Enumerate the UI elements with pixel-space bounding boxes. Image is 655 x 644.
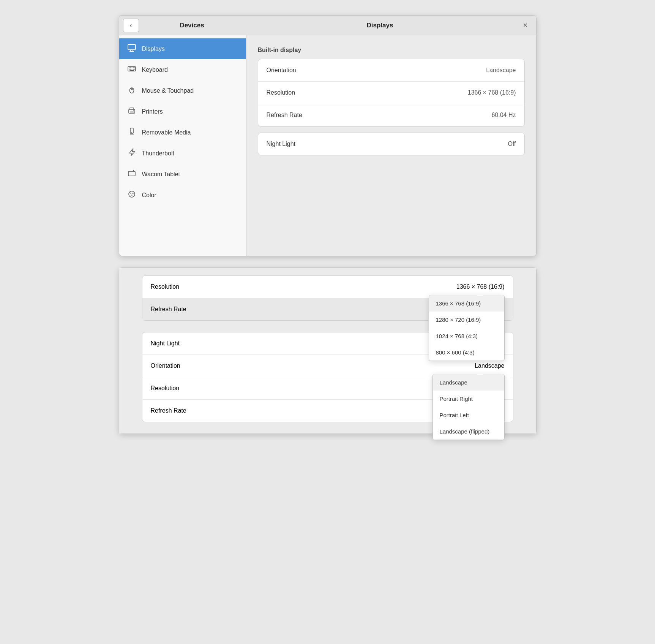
svg-rect-13: [133, 69, 134, 70]
sidebar-item-mouse[interactable]: Mouse & Touchpad: [119, 80, 246, 101]
resolution-option-3[interactable]: 1024 × 768 (4:3): [429, 328, 504, 344]
resolution-row[interactable]: Resolution 1366 × 768 (16:9): [258, 82, 524, 104]
sidebar-label-color: Color: [142, 192, 156, 199]
bottom-resolution-label-2: Resolution: [151, 385, 180, 392]
displays-title: Displays: [241, 22, 519, 29]
back-button[interactable]: ‹: [123, 19, 139, 32]
svg-point-30: [132, 193, 134, 194]
svg-rect-20: [130, 111, 134, 113]
keyboard-icon: [127, 65, 137, 75]
resolution-label: Resolution: [267, 89, 295, 96]
sidebar-label-wacom: Wacom Tablet: [142, 171, 180, 178]
printers-icon: [127, 106, 137, 117]
night-light-card: Night Light Off: [258, 133, 525, 155]
resolution-dropdown-arrow: [477, 295, 483, 295]
thunderbolt-icon: [127, 148, 137, 158]
built-in-display-title: Built-in display: [258, 47, 525, 54]
devices-title: Devices: [139, 22, 241, 29]
close-button[interactable]: ×: [519, 19, 532, 32]
bottom-resolution-row[interactable]: Resolution 1366 × 768 (16:9) 1366 × 768 …: [142, 276, 513, 298]
bottom-main-content: Resolution 1366 × 768 (16:9) 1366 × 768 …: [119, 268, 536, 434]
orientation-option-portrait-right[interactable]: Portrait Right: [433, 391, 504, 407]
svg-rect-7: [131, 68, 132, 68]
display-settings-card: Orientation Landscape Resolution 1366 × …: [258, 59, 525, 127]
sidebar-item-removable[interactable]: Removable Media: [119, 122, 246, 143]
sidebar-label-removable: Removable Media: [142, 129, 191, 136]
svg-rect-12: [131, 69, 132, 70]
svg-rect-10: [129, 69, 129, 70]
sidebar-label-printers: Printers: [142, 108, 163, 115]
top-window: ‹ Devices Displays × Displays: [119, 15, 537, 256]
bottom-resolution-label: Resolution: [151, 283, 180, 290]
resolution-option-2[interactable]: 1280 × 720 (16:9): [429, 312, 504, 328]
sidebar-item-thunderbolt[interactable]: Thunderbolt: [119, 143, 246, 164]
resolution-option-1[interactable]: 1366 × 768 (16:9): [429, 295, 504, 312]
svg-point-28: [129, 191, 135, 197]
svg-rect-25: [128, 171, 135, 176]
sidebar-item-color[interactable]: Color: [119, 185, 246, 206]
bottom-refresh-rate-label: Refresh Rate: [151, 306, 186, 313]
refresh-rate-value: 60.04 Hz: [491, 112, 516, 119]
sidebar-label-thunderbolt: Thunderbolt: [142, 150, 174, 157]
window-body: Displays: [119, 35, 536, 256]
resolution-option-4[interactable]: 800 × 600 (4:3): [429, 344, 504, 361]
bottom-refresh-rate-label-2: Refresh Rate: [151, 407, 186, 414]
sidebar-label-displays: Displays: [142, 46, 165, 52]
sidebar-label-keyboard: Keyboard: [142, 66, 168, 73]
sidebar-item-displays[interactable]: Displays: [119, 38, 246, 59]
orientation-label: Orientation: [267, 67, 296, 74]
bottom-window: Resolution 1366 × 768 (16:9) 1366 × 768 …: [119, 267, 537, 434]
orientation-row[interactable]: Orientation Landscape: [258, 59, 524, 82]
orientation-option-portrait-left[interactable]: Portrait Left: [433, 407, 504, 423]
svg-rect-0: [128, 44, 136, 50]
svg-rect-11: [130, 69, 131, 70]
svg-point-29: [130, 193, 131, 194]
night-light-row[interactable]: Night Light Off: [258, 133, 524, 155]
resolution-value: 1366 × 768 (16:9): [468, 89, 516, 96]
svg-point-27: [133, 170, 134, 171]
orientation-option-landscape[interactable]: Landscape: [433, 374, 504, 391]
svg-line-26: [133, 171, 134, 172]
orientation-value: Landscape: [486, 67, 516, 74]
svg-rect-15: [129, 70, 134, 71]
displays-icon: [127, 44, 137, 54]
color-icon: [127, 190, 137, 200]
svg-rect-14: [134, 69, 135, 70]
refresh-rate-row[interactable]: Refresh Rate 60.04 Hz: [258, 104, 524, 126]
wacom-icon: [127, 169, 137, 179]
bottom-orientation-label: Orientation: [151, 362, 180, 369]
refresh-rate-label: Refresh Rate: [267, 112, 302, 119]
bottom-orientation-value: Landscape: [475, 362, 504, 369]
svg-rect-9: [134, 68, 135, 68]
sidebar-item-keyboard[interactable]: Keyboard: [119, 59, 246, 80]
mouse-icon: [127, 85, 137, 96]
bottom-section-resolution: Resolution 1366 × 768 (16:9) 1366 × 768 …: [131, 268, 525, 328]
night-light-label: Night Light: [267, 141, 296, 147]
sidebar-item-printers[interactable]: Printers: [119, 101, 246, 122]
svg-rect-5: [129, 68, 129, 68]
resolution-dropdown-popup: 1366 × 768 (16:9) 1280 × 720 (16:9) 1024…: [429, 295, 505, 361]
titlebar: ‹ Devices Displays ×: [119, 16, 536, 35]
bottom-resolution-card: Resolution 1366 × 768 (16:9) 1366 × 768 …: [142, 275, 513, 321]
bottom-resolution-value: 1366 × 768 (16:9): [456, 283, 505, 290]
removable-icon: [127, 127, 137, 138]
svg-rect-6: [130, 68, 131, 68]
night-light-value: Off: [508, 141, 516, 147]
orientation-dropdown-popup: Landscape Portrait Right Portrait Left L…: [432, 374, 505, 440]
svg-point-21: [133, 111, 134, 111]
svg-rect-8: [133, 68, 134, 68]
orientation-dropdown-arrow: [477, 374, 483, 374]
sidebar-item-wacom[interactable]: Wacom Tablet: [119, 164, 246, 185]
sidebar-label-mouse: Mouse & Touchpad: [142, 87, 194, 94]
orientation-option-landscape-flipped[interactable]: Landscape (flipped): [433, 423, 504, 440]
main-content: Built-in display Orientation Landscape R…: [246, 35, 536, 256]
svg-point-31: [131, 195, 133, 196]
svg-point-23: [131, 132, 132, 133]
sidebar: Displays: [119, 35, 246, 256]
bottom-night-light-label: Night Light: [151, 340, 180, 347]
